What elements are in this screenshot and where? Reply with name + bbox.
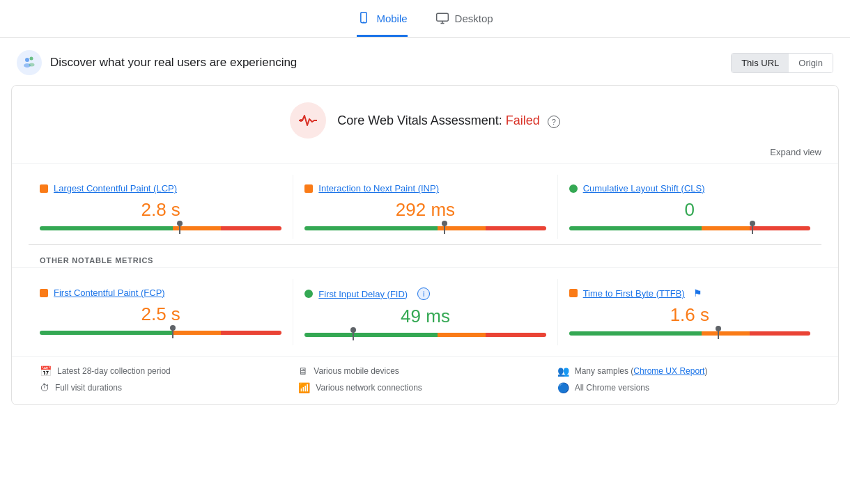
tab-desktop-label: Desktop (455, 13, 493, 24)
fcp-link[interactable]: First Contentful Paint (FCP) (54, 288, 165, 298)
footer-item-devices: 🖥 Various mobile devices (298, 365, 551, 377)
footer-col-1: 📅 Latest 28-day collection period ⏱ Full… (40, 365, 293, 393)
ttfb-dot (569, 289, 578, 297)
notable-metrics-label: OTHER NOTABLE METRICS (12, 245, 838, 267)
svg-point-7 (300, 119, 302, 122)
cls-value: 0 (569, 199, 810, 221)
lcp-link[interactable]: Largest Contentful Paint (LCP) (54, 183, 177, 194)
footer-col-3: 👥 Many samples (Chrome UX Report) 🔵 All … (557, 365, 810, 393)
fid-info-icon[interactable]: i (417, 288, 430, 300)
metric-ttfb: Time to First Byte (TTFB) ⚑ 1.6 s (557, 279, 821, 345)
lcp-dot (40, 184, 48, 193)
svg-rect-2 (436, 13, 448, 21)
timer-icon: ⏱ (40, 382, 49, 393)
other-metrics-grid: First Contentful Paint (FCP) 2.5 s First… (12, 267, 838, 351)
desktop-icon (435, 11, 449, 25)
cls-dot (569, 184, 578, 193)
ttfb-link[interactable]: Time to First Byte (TTFB) (583, 288, 685, 299)
metric-inp: Interaction to Next Paint (INP) 292 ms (293, 175, 557, 239)
ttfb-gauge (569, 331, 810, 336)
cwv-title: Core Web Vitals Assessment: Failed ? (337, 113, 560, 128)
metric-cls: Cumulative Layout Shift (CLS) 0 (557, 175, 821, 239)
metric-fcp: First Contentful Paint (FCP) 2.5 s (29, 279, 293, 345)
fid-dot (304, 290, 313, 298)
fid-link[interactable]: First Input Delay (FID) (318, 289, 408, 299)
inp-link[interactable]: Interaction to Next Paint (INP) (318, 183, 439, 194)
header-left: Discover what your real users are experi… (17, 50, 297, 75)
origin-button[interactable]: Origin (789, 54, 833, 72)
footer-item-collection: 📅 Latest 28-day collection period (40, 365, 293, 377)
metric-lcp: Largest Contentful Paint (LCP) 2.8 s (29, 175, 293, 239)
cls-gauge (569, 226, 810, 230)
crux-avatar (17, 50, 42, 75)
cwv-title-prefix: Core Web Vitals Assessment: (337, 113, 502, 127)
cwv-info-icon[interactable]: ? (548, 116, 560, 128)
crux-report-link[interactable]: Chrome UX Report (633, 366, 704, 376)
ttfb-flag-icon: ⚑ (693, 288, 702, 299)
footer-collection-text: Latest 28-day collection period (57, 366, 171, 376)
footer-info: 📅 Latest 28-day collection period ⏱ Full… (12, 356, 838, 404)
metric-lcp-label: Largest Contentful Paint (LCP) (40, 183, 281, 194)
svg-point-3 (25, 58, 29, 62)
lcp-value: 2.8 s (40, 199, 281, 221)
calendar-icon: 📅 (40, 365, 52, 377)
tab-mobile-label: Mobile (376, 13, 407, 24)
cwv-status-icon (290, 102, 326, 139)
people-chart-icon (21, 54, 38, 71)
url-origin-toggle: This URL Origin (731, 53, 833, 73)
fid-value: 49 ms (304, 306, 546, 327)
footer-network-text: Various network connections (316, 383, 422, 393)
fcp-gauge (40, 331, 281, 335)
footer-item-samples: 👥 Many samples (Chrome UX Report) (557, 365, 810, 377)
svg-point-6 (29, 63, 35, 67)
footer-col-2: 🖥 Various mobile devices 📶 Various netwo… (298, 365, 551, 393)
footer-chrome-text: All Chrome versions (575, 383, 649, 393)
metric-cls-label: Cumulative Layout Shift (CLS) (569, 183, 810, 194)
section-title: Discover what your real users are experi… (50, 56, 297, 70)
footer-item-network: 📶 Various network connections (298, 382, 551, 393)
tab-bar: Mobile Desktop (0, 0, 850, 38)
lcp-gauge (40, 226, 281, 230)
cls-link[interactable]: Cumulative Layout Shift (CLS) (583, 183, 705, 194)
footer-devices-text: Various mobile devices (314, 366, 399, 376)
inp-gauge (304, 226, 546, 230)
cwv-header: Core Web Vitals Assessment: Failed ? (12, 86, 838, 144)
metric-fid: First Input Delay (FID) i 49 ms (293, 279, 557, 345)
ttfb-value: 1.6 s (569, 304, 810, 326)
tab-desktop[interactable]: Desktop (435, 11, 493, 37)
fcp-value: 2.5 s (40, 304, 281, 325)
fid-gauge (304, 333, 546, 337)
footer-samples-text: Many samples (Chrome UX Report) (575, 366, 708, 376)
footer-duration-text: Full visit durations (55, 383, 122, 393)
pulse-icon (298, 113, 318, 127)
footer-item-duration: ⏱ Full visit durations (40, 382, 293, 393)
svg-point-1 (364, 22, 364, 22)
metric-fid-label: First Input Delay (FID) i (304, 288, 546, 300)
shield-icon: 🔵 (557, 382, 569, 393)
inp-dot (304, 184, 313, 193)
monitor-icon: 🖥 (298, 365, 308, 377)
fcp-dot (40, 289, 48, 297)
svg-rect-0 (361, 13, 366, 23)
wifi-icon: 📶 (298, 382, 310, 393)
metric-ttfb-label: Time to First Byte (TTFB) ⚑ (569, 288, 810, 299)
metric-inp-label: Interaction to Next Paint (INP) (304, 183, 546, 194)
cwv-status: Failed (506, 113, 540, 127)
tab-mobile[interactable]: Mobile (357, 11, 407, 37)
this-url-button[interactable]: This URL (732, 54, 789, 72)
svg-point-4 (30, 57, 33, 61)
section-header: Discover what your real users are experi… (0, 38, 850, 85)
expand-view-link[interactable]: Expand view (12, 144, 838, 163)
people-icon: 👥 (557, 365, 569, 377)
metric-fcp-label: First Contentful Paint (FCP) (40, 288, 281, 298)
core-metrics-grid: Largest Contentful Paint (LCP) 2.8 s Int… (12, 163, 838, 244)
main-card: Core Web Vitals Assessment: Failed ? Exp… (11, 85, 839, 405)
footer-item-chrome: 🔵 All Chrome versions (557, 382, 810, 393)
inp-value: 292 ms (304, 199, 546, 221)
mobile-icon (357, 11, 371, 25)
